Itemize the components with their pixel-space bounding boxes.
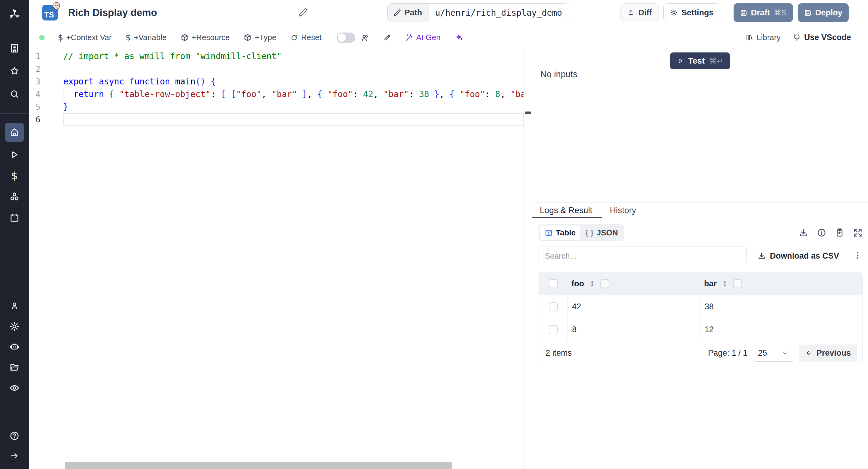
code-editor[interactable]: 123456 // import * as wmill from "windmi…	[29, 50, 532, 469]
line-number: 3	[29, 75, 63, 88]
sidebar-item-workspace[interactable]	[5, 40, 24, 57]
sidebar-item-variables[interactable]: $	[5, 167, 24, 184]
column-header-bar[interactable]: bar	[701, 279, 862, 288]
expand-result-button[interactable]	[853, 228, 863, 238]
sidebar-item-search[interactable]	[5, 86, 24, 102]
reset-button[interactable]: Reset	[290, 33, 321, 42]
diff-button[interactable]: Diff	[620, 3, 658, 22]
sidebar-item-folders[interactable]	[5, 359, 24, 376]
add-type-label: +Type	[255, 33, 276, 42]
pencil-icon	[299, 8, 307, 17]
library-icon	[745, 33, 753, 41]
package-icon	[181, 33, 189, 41]
table-search-input[interactable]	[538, 247, 747, 265]
sidebar-divider	[0, 113, 29, 114]
page-title: Rich Display demo	[68, 7, 157, 19]
row-checkbox[interactable]	[549, 325, 558, 334]
add-context-var-button[interactable]: $ +Context Var	[58, 33, 112, 42]
ai-gen-button[interactable]: AI Gen	[405, 33, 441, 42]
dollar-icon: $	[11, 170, 18, 182]
sidebar-item-schedules[interactable]	[5, 210, 24, 226]
sort-icon[interactable]	[588, 280, 596, 287]
use-vscode-button[interactable]: Use VScode	[793, 33, 851, 42]
typescript-badge: TS	[42, 5, 58, 21]
settings-button[interactable]: Settings	[663, 3, 720, 22]
page-indicator: Page: 1 / 1	[708, 348, 747, 358]
add-type-button[interactable]: +Type	[244, 33, 276, 42]
download-result-button[interactable]	[799, 228, 808, 238]
column-header-foo[interactable]: foo	[568, 279, 701, 288]
test-button[interactable]: Test ⌘↵	[670, 53, 730, 69]
draft-button[interactable]: Draft ⌘S	[734, 3, 793, 22]
diff-mode-toggle[interactable]	[337, 33, 355, 43]
draft-shortcut: ⌘S	[774, 8, 786, 18]
column-toggle-foo[interactable]	[600, 279, 610, 288]
format-button[interactable]	[383, 33, 392, 42]
windmill-logo[interactable]	[0, 0, 29, 29]
sidebar-item-collapse[interactable]	[5, 447, 24, 464]
edit-title-button[interactable]	[299, 8, 307, 17]
reset-label: Reset	[301, 33, 321, 42]
line-number: 1	[29, 50, 63, 63]
table-row[interactable]: 4238	[539, 295, 862, 318]
table-header-row: foobar	[539, 272, 862, 295]
table-menu-button[interactable]	[853, 250, 863, 261]
sidebar-item-users[interactable]	[5, 298, 24, 314]
row-checkbox[interactable]	[549, 302, 558, 311]
eye-icon	[9, 383, 20, 393]
sort-icon[interactable]	[721, 280, 729, 287]
sidebar-item-favorites[interactable]	[5, 63, 24, 80]
help-icon	[9, 431, 20, 441]
select-all-checkbox[interactable]	[549, 279, 558, 288]
sidebar-item-help[interactable]	[5, 428, 24, 444]
diff-label: Diff	[638, 8, 652, 18]
result-info-button[interactable]	[817, 228, 827, 238]
items-count: 2 items	[546, 348, 572, 358]
ai-sparkles-button[interactable]	[455, 33, 463, 41]
tab-logs-result[interactable]: Logs & Result	[532, 203, 602, 218]
download-csv-button[interactable]: Download as CSV	[757, 251, 839, 261]
view-table-button[interactable]: Table	[540, 225, 581, 240]
info-icon	[817, 228, 827, 238]
library-button[interactable]: Library	[745, 33, 780, 42]
test-label: Test	[688, 56, 705, 66]
add-variable-label: +Variable	[134, 33, 167, 42]
tab-history[interactable]: History	[602, 203, 644, 218]
table-row[interactable]: 812	[539, 318, 862, 341]
folder-icon	[9, 362, 20, 373]
path-button[interactable]: Path u/henri/rich_display_demo	[387, 3, 569, 22]
collaborators-button[interactable]	[361, 33, 370, 42]
sidebar-item-resources[interactable]	[5, 188, 24, 205]
copy-result-button[interactable]	[835, 228, 844, 238]
code-line[interactable]: export async function main() {	[63, 75, 524, 88]
code-line[interactable]	[63, 113, 524, 126]
diff-icon	[627, 9, 635, 17]
previous-page-button[interactable]: Previous	[799, 345, 858, 362]
users-icon	[361, 33, 370, 42]
code-line[interactable]: return { "table-row-object": [ ["foo", "…	[63, 88, 524, 101]
view-json-button[interactable]: { } JSON	[581, 225, 623, 240]
sidebar-item-workers[interactable]	[5, 339, 24, 355]
page-size-select[interactable]: 25	[753, 345, 793, 362]
sidebar-item-runs[interactable]	[5, 146, 24, 163]
line-number: 2	[29, 63, 63, 75]
code-line[interactable]: // import * as wmill from "windmill-clie…	[63, 50, 524, 63]
overview-ruler[interactable]	[524, 50, 532, 469]
code-line[interactable]: }	[63, 101, 524, 113]
code-line[interactable]	[63, 63, 524, 75]
no-inputs-text: No inputs	[540, 69, 578, 79]
add-variable-button[interactable]: $ +Variable	[125, 33, 166, 42]
add-resource-button[interactable]: +Resource	[181, 33, 230, 42]
paintbrush-icon	[383, 33, 392, 42]
tab-history-label: History	[610, 206, 636, 215]
deploy-button[interactable]: Deploy	[798, 3, 849, 22]
header-select-cell	[539, 279, 568, 288]
save-icon	[740, 9, 747, 17]
sidebar-item-settings[interactable]	[5, 318, 24, 335]
horizontal-scrollbar[interactable]	[65, 462, 452, 469]
sidebar-item-home[interactable]	[5, 123, 24, 142]
code-lines[interactable]: // import * as wmill from "windmill-clie…	[63, 50, 524, 462]
sidebar-item-audit[interactable]	[5, 379, 24, 396]
column-toggle-bar[interactable]	[733, 279, 742, 288]
previous-label: Previous	[816, 348, 851, 358]
